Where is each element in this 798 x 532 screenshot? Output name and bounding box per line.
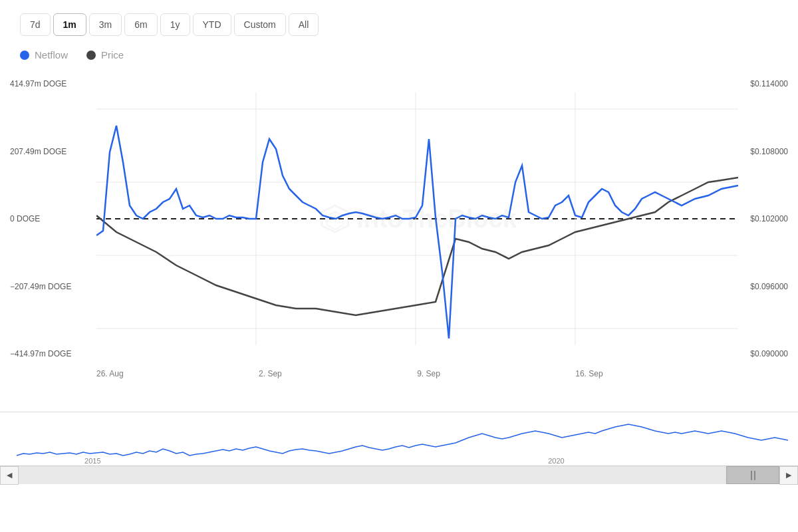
x-label-4: 16. Sep (575, 369, 602, 378)
price-label: Price (101, 49, 124, 61)
mini-x-1: 2015 (84, 457, 100, 465)
time-btn-6m[interactable]: 6m (124, 13, 157, 36)
mini-scroll-bar: ◀ ▶ (0, 466, 798, 484)
netflow-dot (20, 51, 29, 60)
x-label-2: 2. Sep (259, 369, 282, 378)
chart-wrapper: 414.97m DOGE 207.49m DOGE 0 DOGE −207.49… (0, 72, 798, 405)
legend-netflow: Netflow (20, 49, 68, 61)
y-left-4: −207.49m DOGE (0, 282, 96, 291)
mini-chart-wrapper: 2015 2020 ◀ ▶ (0, 412, 798, 485)
thumb-line-2 (754, 471, 755, 480)
price-dot (86, 51, 96, 60)
y-right-3: $0.102000 (738, 214, 798, 223)
time-btn-custom[interactable]: Custom (234, 13, 286, 36)
scroll-left-button[interactable]: ◀ (0, 466, 19, 485)
main-container: 7d1m3m6m1yYTDCustomAll Netflow Price 414… (0, 0, 798, 532)
y-right-1: $0.114000 (738, 79, 798, 88)
time-btn-all[interactable]: All (289, 13, 319, 36)
time-range-bar: 7d1m3m6m1yYTDCustomAll (0, 13, 798, 36)
x-label-1: 26. Aug (96, 369, 124, 378)
y-right-4: $0.096000 (738, 282, 798, 291)
time-btn-ytd[interactable]: YTD (193, 13, 231, 36)
time-btn-7d[interactable]: 7d (20, 13, 51, 36)
thumb-line-1 (751, 471, 752, 480)
y-left-2: 207.49m DOGE (0, 147, 96, 156)
chart-area: 414.97m DOGE 207.49m DOGE 0 DOGE −207.49… (0, 72, 798, 365)
y-left-1: 414.97m DOGE (0, 79, 96, 88)
x-label-3: 9. Sep (417, 369, 440, 378)
scroll-thumb[interactable] (726, 466, 779, 484)
scroll-thumb-handle (751, 471, 755, 480)
x-axis: 26. Aug 2. Sep 9. Sep 16. Sep (0, 365, 798, 378)
time-btn-1m[interactable]: 1m (53, 13, 86, 36)
y-left-5: −414.97m DOGE (0, 349, 96, 358)
scroll-right-button[interactable]: ▶ (779, 466, 798, 485)
legend-price: Price (86, 49, 124, 61)
netflow-label: Netflow (35, 49, 68, 61)
time-btn-3m[interactable]: 3m (89, 13, 122, 36)
chart-svg-container: IntoTheBlock (96, 72, 738, 365)
time-btn-1y[interactable]: 1y (160, 13, 190, 36)
main-chart-svg (96, 72, 738, 365)
y-right-2: $0.108000 (738, 147, 798, 156)
y-axis-right: $0.114000 $0.108000 $0.102000 $0.096000 … (738, 72, 798, 365)
y-axis-left: 414.97m DOGE 207.49m DOGE 0 DOGE −207.49… (0, 72, 96, 365)
mini-x-labels: 2015 2020 (0, 457, 798, 465)
legend: Netflow Price (0, 49, 798, 61)
y-right-5: $0.090000 (738, 349, 798, 358)
scroll-track (19, 466, 779, 484)
y-left-3: 0 DOGE (0, 214, 96, 223)
mini-x-2: 2020 (548, 457, 564, 465)
